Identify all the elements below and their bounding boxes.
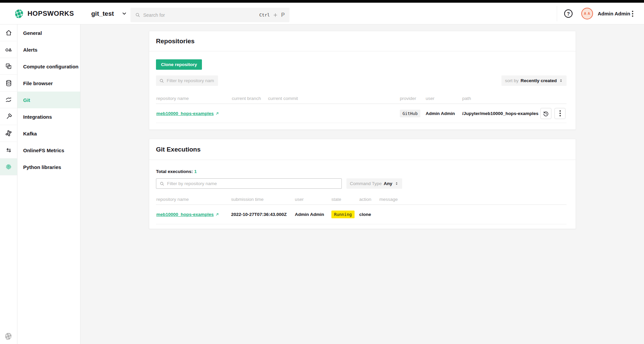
column-header: current commit: [268, 96, 399, 101]
shortcut-modifier: Ctrl: [259, 12, 270, 17]
sidebar-item-file-browser[interactable]: File browser: [0, 75, 80, 92]
header-divider: [557, 6, 557, 21]
sidebar-item-label: Alerts: [17, 41, 80, 58]
repository-filter[interactable]: [156, 75, 218, 86]
state-badge: Running: [331, 211, 355, 218]
plus-icon: [273, 12, 278, 18]
top-black-strip: [0, 0, 644, 3]
executions-filter-input[interactable]: [167, 181, 338, 186]
kebab-icon: [632, 11, 633, 17]
avatar[interactable]: A A: [581, 8, 593, 19]
sidebar-item-onlinefs-metrics[interactable]: OnlineFS Metrics: [0, 142, 80, 159]
sidebar-item-label: Python libraries: [17, 159, 80, 175]
action-cell: clone: [359, 212, 379, 217]
brand-name: HOPSWORKS: [28, 10, 74, 17]
repositories-table-header: repository name current branch current c…: [156, 96, 567, 104]
sort-arrows-icon: [559, 78, 563, 83]
user-name: Admin Admin: [598, 3, 630, 24]
repository-menu-button[interactable]: [554, 108, 566, 119]
compute-icon: [0, 58, 17, 75]
command-type-select[interactable]: Command Type Any: [346, 178, 402, 189]
sidebar-item-label: OnlineFS Metrics: [17, 142, 80, 159]
repository-link[interactable]: meb10000_hops-examples: [156, 111, 219, 116]
kebab-icon: [559, 110, 561, 116]
sort-by-select[interactable]: sort by Recently created: [501, 75, 567, 86]
database-icon: [0, 75, 17, 92]
iconstrip-divider: [17, 24, 17, 344]
sidebar-item-label: Kafka: [17, 125, 80, 142]
command-type-value: Any: [384, 181, 392, 186]
external-link-icon: [215, 213, 219, 216]
sidebar-item-kafka[interactable]: Kafka: [0, 125, 80, 142]
execution-row: meb10000_hops-examples 2022-10-27T07:36:…: [156, 205, 567, 224]
project-name: git_test: [91, 10, 114, 17]
gavel-icon: [0, 108, 17, 125]
user-cell: Admin Admin: [294, 212, 331, 217]
user-cell: Admin Admin: [425, 111, 462, 116]
app-header: HOPSWORKS git_test Ctrl P ? A A Admin Ad…: [0, 3, 644, 24]
header-menu-button[interactable]: [632, 3, 633, 24]
chevron-down-icon: [121, 11, 127, 16]
repositories-card-header: Repositories: [149, 31, 576, 51]
repository-link[interactable]: meb10000_hops-examples: [156, 212, 219, 217]
global-search[interactable]: Ctrl P: [130, 8, 289, 22]
column-header: path: [462, 96, 521, 101]
total-executions: Total executions:1: [156, 169, 567, 174]
search-icon: [159, 78, 164, 83]
network-icon: [0, 125, 17, 142]
hopsworks-leaf-icon-gray: [4, 332, 12, 340]
repository-filter-input[interactable]: [167, 78, 215, 83]
sort-by-label: sort by: [505, 78, 519, 83]
git-executions-title: Git Executions: [156, 146, 201, 153]
hopsworks-leaf-icon: [14, 9, 24, 19]
command-type-label: Command Type: [350, 181, 382, 186]
main-content: Repositories Clone repository sort by Re…: [80, 24, 644, 344]
git-icon: [0, 92, 17, 108]
path-cell: /Jupyter/meb10000_hops-examples: [462, 111, 521, 116]
swap-arrows-icon: [0, 142, 17, 159]
submission-time-cell: 2022-10-27T07:36:43.000Z: [231, 212, 294, 217]
sidebar-item-label: Git: [17, 92, 80, 108]
git-executions-card: Git Executions Total executions:1 Comman…: [149, 139, 576, 229]
column-header: action: [359, 197, 379, 202]
sidebar-item-integrations[interactable]: Integrations: [0, 108, 80, 125]
executions-table-header: repository name submission time user sta…: [156, 197, 567, 205]
column-header: provider: [399, 96, 425, 101]
external-link-icon: [215, 112, 219, 115]
column-header: submission time: [231, 197, 294, 202]
home-icon: [0, 24, 17, 41]
column-header: state: [331, 197, 359, 202]
total-executions-count: 1: [194, 169, 197, 174]
hopsworks-logo[interactable]: HOPSWORKS: [14, 3, 74, 24]
alerts-icon: [0, 41, 17, 58]
total-executions-label: Total executions:: [156, 169, 193, 174]
history-icon: [543, 110, 549, 117]
sidebar-item-alerts[interactable]: Alerts: [0, 41, 80, 58]
provider-badge: GitHub: [400, 110, 420, 117]
gear-icon: [0, 159, 17, 175]
column-header: current branch: [231, 96, 268, 101]
column-header: repository name: [156, 96, 231, 101]
help-icon[interactable]: ?: [564, 9, 573, 18]
column-header: message: [379, 197, 567, 202]
search-input[interactable]: [143, 12, 256, 18]
sort-arrows-icon: [394, 181, 399, 186]
search-icon: [135, 12, 140, 17]
sidebar-item-label: File browser: [17, 75, 80, 92]
clone-repository-button[interactable]: Clone repository: [156, 59, 202, 70]
git-executions-card-header: Git Executions: [149, 139, 576, 160]
executions-filter[interactable]: [156, 178, 342, 189]
history-button[interactable]: [540, 108, 551, 119]
sidebar-item-git[interactable]: Git: [0, 92, 80, 108]
project-selector[interactable]: git_test: [91, 3, 127, 24]
repositories-title: Repositories: [156, 38, 195, 45]
sidebar-item-label: General: [17, 24, 80, 41]
sidebar-item-label: Integrations: [17, 108, 80, 125]
sidebar-item-python-libraries[interactable]: Python libraries: [0, 159, 80, 175]
sidebar-item-compute-configuration[interactable]: Compute configuration: [0, 58, 80, 75]
repository-row: meb10000_hops-examples GitHub Admin Admi…: [156, 104, 567, 123]
search-shortcut: Ctrl P: [259, 12, 285, 18]
sidebar-item-general[interactable]: General: [0, 24, 80, 41]
column-header: repository name: [156, 197, 231, 202]
column-header: user: [294, 197, 331, 202]
